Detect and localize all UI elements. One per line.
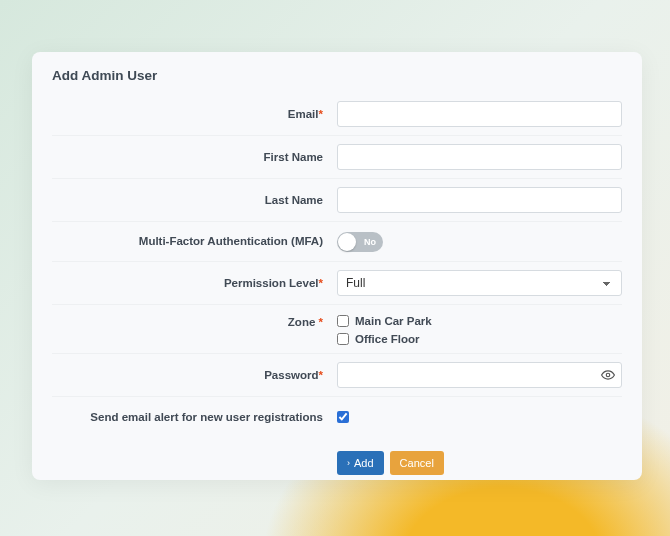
label-permission: Permission Level* <box>52 276 337 291</box>
zone-option-0[interactable]: Main Car Park <box>337 315 622 327</box>
zone-checkbox-1[interactable] <box>337 333 349 345</box>
row-zone: Zone * Main Car Park Office Floor <box>52 305 622 354</box>
row-last-name: Last Name <box>52 179 622 222</box>
password-input[interactable] <box>337 362 622 388</box>
cancel-button[interactable]: Cancel <box>390 451 444 475</box>
label-password: Password* <box>52 368 337 383</box>
zone-label-1: Office Floor <box>355 333 420 345</box>
panel-title: Add Admin User <box>52 68 622 83</box>
row-first-name: First Name <box>52 136 622 179</box>
chevron-right-icon: › <box>347 458 350 468</box>
row-permission: Permission Level* Full <box>52 262 622 305</box>
add-button[interactable]: › Add <box>337 451 384 475</box>
first-name-input[interactable] <box>337 144 622 170</box>
form-actions: › Add Cancel <box>52 451 622 475</box>
label-last-name: Last Name <box>52 193 337 208</box>
row-password: Password* <box>52 354 622 397</box>
label-mfa: Multi-Factor Authentication (MFA) <box>52 234 337 249</box>
send-alert-checkbox[interactable] <box>337 411 349 423</box>
label-email: Email* <box>52 107 337 122</box>
mfa-toggle[interactable]: No <box>337 232 383 252</box>
row-email: Email* <box>52 93 622 136</box>
email-input[interactable] <box>337 101 622 127</box>
toggle-knob <box>338 233 356 251</box>
last-name-input[interactable] <box>337 187 622 213</box>
add-admin-user-panel: Add Admin User Email* First Name Last Na… <box>32 52 642 480</box>
zone-checkbox-0[interactable] <box>337 315 349 327</box>
permission-select[interactable]: Full <box>337 270 622 296</box>
label-first-name: First Name <box>52 150 337 165</box>
label-send-alert: Send email alert for new user registrati… <box>52 410 337 425</box>
row-mfa: Multi-Factor Authentication (MFA) No <box>52 222 622 262</box>
label-zone: Zone * <box>52 315 337 330</box>
row-send-alert: Send email alert for new user registrati… <box>52 397 622 437</box>
zone-option-1[interactable]: Office Floor <box>337 333 622 345</box>
mfa-state-label: No <box>364 237 376 247</box>
eye-icon[interactable] <box>600 367 616 383</box>
svg-point-0 <box>606 373 610 377</box>
zone-label-0: Main Car Park <box>355 315 432 327</box>
